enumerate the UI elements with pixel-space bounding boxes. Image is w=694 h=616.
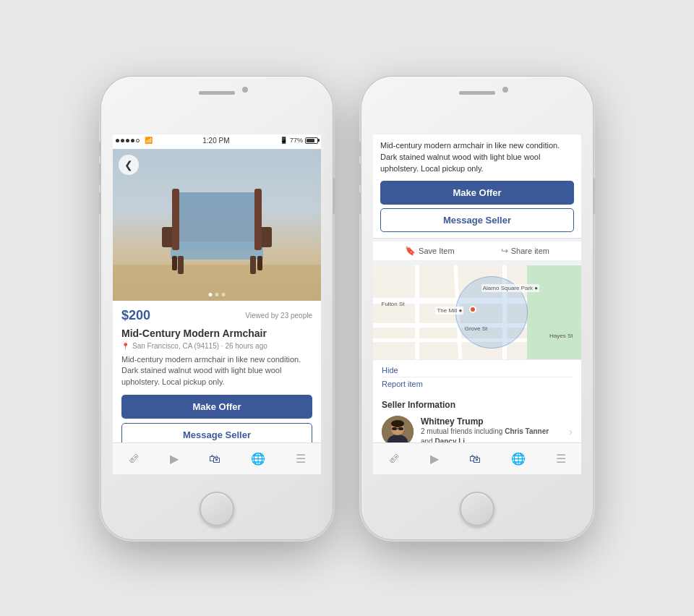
home-button-2[interactable]	[460, 492, 494, 526]
svg-rect-9	[172, 256, 177, 270]
dot-1	[209, 293, 213, 296]
svg-rect-2	[171, 241, 263, 260]
tab-play-icon[interactable]: ▶	[170, 452, 179, 466]
dot-2	[215, 293, 219, 296]
tab-news-icon[interactable]: 🗞	[128, 453, 140, 466]
bluetooth-icon: 📱	[280, 137, 288, 144]
wifi-icon: 📶	[145, 137, 153, 144]
share-item-btn[interactable]: ↪ Share item	[501, 246, 549, 256]
signal-dot-4	[131, 139, 134, 142]
svg-rect-6	[254, 189, 262, 250]
home-button[interactable]	[200, 492, 234, 526]
svg-point-14	[391, 420, 404, 427]
report-link[interactable]: Report item	[382, 377, 573, 390]
map-section: Fulton St Grove St The Mill ● Alamo Squa…	[373, 265, 581, 359]
tab-globe-icon[interactable]: 🌐	[251, 452, 265, 466]
svg-rect-5	[172, 189, 179, 250]
price: $200	[121, 308, 150, 323]
svg-rect-15	[392, 427, 397, 430]
mill-label: The Mill ●	[435, 307, 463, 315]
tab-bar-1: 🗞 ▶ 🛍 🌐 ☰	[113, 442, 321, 474]
screen-1: 📶 1:20 PM 📱 77%	[113, 134, 321, 474]
clock: 1:20 PM	[202, 137, 229, 145]
price-row: $200 Viewed by 23 people	[121, 308, 312, 323]
seller-chevron-icon[interactable]: ›	[569, 426, 573, 437]
location-icon: 📍	[121, 343, 129, 350]
seller-section-title: Seller Information	[382, 400, 573, 410]
mute-switch-2	[359, 142, 361, 156]
message-seller-button-2[interactable]: Message Seller	[380, 208, 574, 232]
power-button	[333, 178, 335, 214]
mute-switch	[99, 142, 101, 156]
listing-title: Mid-Century Modern Armchair	[121, 328, 312, 339]
hide-link[interactable]: Hide	[382, 364, 573, 377]
save-item-label: Save Item	[419, 247, 455, 255]
fulton-label: Fulton St	[382, 301, 405, 307]
phone-top-2	[361, 77, 593, 134]
tab-store-icon[interactable]: 🛍	[209, 453, 220, 466]
detail-screen: Mid-century modern armchair in like new …	[373, 134, 581, 474]
signal-dot-1	[116, 139, 119, 142]
make-offer-button[interactable]: Make Offer	[121, 395, 312, 419]
power-button-2	[593, 178, 595, 214]
bookmark-icon: 🔖	[405, 246, 416, 256]
svg-rect-10	[257, 256, 262, 270]
svg-rect-16	[398, 427, 403, 430]
park-label: Alamo Square Park ●	[481, 284, 539, 292]
signal-dot-2	[121, 139, 124, 142]
listing-description: Mid-century modern armchair in like new …	[121, 354, 312, 388]
detail-description: Mid-century modern armchair in like new …	[380, 140, 574, 175]
tab-bar-2: 🗞 ▶ 🛍 🌐 ☰	[373, 442, 581, 474]
volume-down-button	[99, 192, 101, 214]
tab-menu-icon[interactable]: ☰	[296, 452, 306, 466]
tab-store-icon-2[interactable]: 🛍	[469, 453, 481, 466]
friend-1: Chris Tanner	[505, 427, 549, 435]
signal-dot-5	[136, 139, 140, 142]
speaker-2	[459, 91, 495, 95]
tab-play-icon-2[interactable]: ▶	[430, 452, 439, 466]
tab-globe-icon-2[interactable]: 🌐	[511, 452, 526, 466]
volume-down-button-2	[359, 192, 361, 214]
front-camera	[242, 87, 248, 93]
battery-fill	[307, 139, 314, 142]
save-item-btn[interactable]: 🔖 Save Item	[405, 246, 455, 256]
signal-indicators: 📶	[116, 137, 153, 145]
phones-container: 📶 1:20 PM 📱 77%	[101, 77, 593, 539]
listing-meta: 📍 San Francisco, CA (94115) · 26 hours a…	[121, 342, 312, 350]
battery-area: 📱 77%	[280, 137, 318, 144]
status-bar-1: 📶 1:20 PM 📱 77%	[113, 134, 321, 146]
dot-3	[222, 293, 226, 296]
svg-rect-7	[178, 256, 184, 274]
seller-name: Whitney Trump	[421, 416, 562, 427]
phone-2: Mid-century modern armchair in like new …	[361, 77, 593, 539]
chair-illustration	[113, 149, 321, 301]
map-placeholder: Fulton St Grove St The Mill ● Alamo Squa…	[373, 265, 581, 359]
back-button[interactable]: ❮	[119, 155, 139, 175]
volume-up-button	[99, 163, 101, 185]
signal-dot-3	[126, 139, 129, 142]
front-camera-2	[502, 87, 508, 93]
image-dots	[209, 293, 226, 296]
battery-icon	[305, 137, 318, 144]
make-offer-button-2[interactable]: Make Offer	[380, 181, 574, 205]
viewed-count: Viewed by 23 people	[245, 312, 312, 320]
mutual-friends-prefix: 2 mutual friends including	[421, 427, 505, 435]
listing-image: ❮	[113, 149, 321, 301]
phone-top	[101, 77, 333, 134]
listing-location: San Francisco, CA (94115) · 26 hours ago	[132, 342, 267, 350]
speaker	[199, 91, 235, 95]
battery-percent: 77%	[290, 137, 303, 144]
hayes-label: Hayes St	[549, 333, 573, 339]
volume-up-button-2	[359, 163, 361, 185]
screen-2: Mid-century modern armchair in like new …	[373, 134, 581, 474]
share-icon: ↪	[501, 246, 508, 256]
tab-news-icon-2[interactable]: 🗞	[388, 453, 400, 466]
tab-menu-icon-2[interactable]: ☰	[556, 452, 566, 466]
grove-label: Grove St	[465, 325, 488, 332]
svg-rect-8	[250, 256, 256, 274]
phone-1: 📶 1:20 PM 📱 77%	[101, 77, 333, 539]
share-item-label: Share item	[511, 247, 549, 255]
